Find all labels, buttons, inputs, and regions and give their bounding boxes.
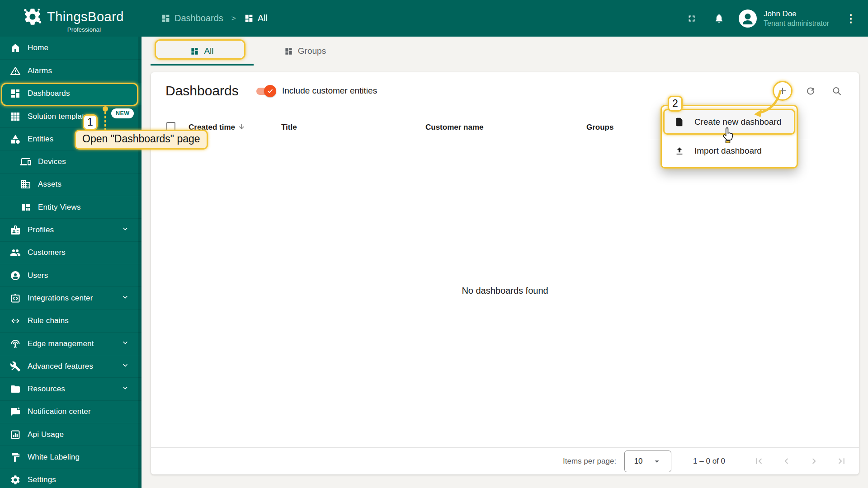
top-header-bar: ThingsBoard Professional Dashboards > Al… — [0, 0, 868, 37]
pagination-nav — [753, 455, 847, 467]
active-tab-indicator — [151, 64, 254, 66]
sidebar-item-label: Alarms — [28, 66, 52, 75]
sidebar-item-label: Notification center — [28, 407, 91, 416]
first-page-icon — [753, 455, 764, 467]
tab-all[interactable]: All — [151, 37, 254, 66]
sidebar-item-entity-views[interactable]: Entity Views — [0, 196, 142, 218]
sidebar-item-api-usage[interactable]: Api Usage — [0, 423, 142, 446]
sidebar-item-dashboards[interactable]: Dashboards — [0, 82, 142, 105]
add-dashboard-button[interactable] — [777, 85, 788, 96]
include-customer-entities-toggle[interactable]: Include customer entities — [255, 84, 377, 98]
tools-icon — [10, 361, 21, 372]
chevron-down-icon — [121, 338, 130, 349]
sidebar-item-label: Entity Views — [38, 203, 81, 212]
sort-desc-icon[interactable] — [238, 123, 245, 132]
sidebar-item-solution-templates[interactable]: Solution templates NEW — [0, 105, 142, 127]
sidebar-item-label: Advanced features — [28, 362, 93, 371]
toggle-switch[interactable] — [255, 84, 276, 98]
sidebar-item-advanced-features[interactable]: Advanced features — [0, 355, 142, 377]
menu-item-import-dashboard[interactable]: Import dashboard — [665, 138, 797, 164]
search-icon — [831, 85, 842, 97]
sidebar-item-label: Users — [28, 271, 48, 280]
next-page-button[interactable] — [808, 455, 820, 467]
sidebar-item-label: Dashboards — [28, 89, 70, 98]
sidebar-item-alarms[interactable]: Alarms — [0, 59, 142, 82]
first-page-button[interactable] — [753, 455, 764, 467]
chevron-left-icon — [781, 455, 792, 467]
business-icon — [20, 179, 31, 190]
app-name: ThingsBoard — [47, 6, 124, 27]
toggle-label: Include customer entities — [282, 86, 377, 96]
sidebar-item-customers[interactable]: Customers — [0, 241, 142, 264]
step-number: 1 — [87, 116, 93, 128]
chart-icon — [10, 429, 21, 440]
sidebar-item-settings[interactable]: Settings — [0, 469, 142, 488]
empty-state-text: No dashboards found — [151, 286, 859, 296]
chevron-down-icon — [121, 292, 130, 304]
tab-label: All — [204, 46, 213, 56]
prev-page-button[interactable] — [781, 455, 792, 467]
chevron-right-icon — [808, 455, 820, 467]
search-button[interactable] — [831, 85, 842, 96]
sidebar-item-devices[interactable]: Devices — [0, 150, 142, 173]
tab-groups[interactable]: Groups — [254, 37, 357, 66]
sidebar-item-home[interactable]: Home — [0, 37, 142, 59]
sidebar-item-label: Api Usage — [28, 430, 64, 439]
chevron-down-icon — [121, 384, 130, 395]
column-title[interactable]: Title — [281, 123, 297, 132]
column-groups[interactable]: Groups — [586, 123, 613, 132]
refresh-button[interactable] — [805, 85, 816, 96]
sidebar-item-rule-chains[interactable]: Rule chains — [0, 310, 142, 332]
last-page-button[interactable] — [836, 455, 847, 467]
user-avatar[interactable] — [739, 9, 757, 28]
menu-item-create-new-dashboard[interactable]: Create new dashboard — [663, 109, 795, 135]
badge-icon — [10, 225, 21, 235]
check-icon — [267, 88, 274, 94]
new-badge: NEW — [111, 108, 134, 118]
user-role: Tenant administrator — [764, 19, 829, 28]
column-customer-name[interactable]: Customer name — [425, 123, 483, 132]
sidebar-item-edge-management[interactable]: Edge management — [0, 332, 142, 355]
breadcrumb-dashboards[interactable]: Dashboards — [175, 13, 223, 23]
sidebar-item-label: Integrations center — [28, 294, 93, 303]
sidebar-scrollbar[interactable] — [138, 37, 142, 488]
home-icon — [10, 42, 21, 53]
sidebar-item-notification-center[interactable]: Notification center — [0, 400, 142, 423]
sidebar-item-integrations-center[interactable]: Integrations center — [0, 286, 142, 309]
menu-item-label: Create new dashboard — [694, 117, 781, 127]
sidebar-item-resources[interactable]: Resources — [0, 377, 142, 400]
user-info[interactable]: John Doe Tenant administrator — [764, 9, 829, 28]
annotation-step-1-label: Open "Dashboards" page — [75, 130, 208, 150]
items-per-page-value: 10 — [634, 457, 643, 466]
sidebar-nav: Home Alarms Dashboards Solution template… — [0, 37, 142, 488]
user-name: John Doe — [764, 9, 829, 19]
apps-icon — [10, 111, 21, 122]
sidebar-item-label: Edge management — [28, 339, 94, 348]
dashboard-icon — [190, 47, 199, 56]
annotation-step-1-badge: 1 — [83, 114, 98, 130]
fullscreen-button[interactable] — [687, 14, 697, 23]
page-title: Dashboards — [165, 83, 239, 99]
sidebar-item-label: Entities — [28, 135, 53, 144]
app-logo[interactable]: ThingsBoard Professional — [23, 6, 124, 27]
tab-label: Groups — [298, 46, 326, 56]
plus-icon — [777, 85, 788, 97]
thingsboard-logo-icon — [23, 6, 42, 27]
sidebar-item-label: Customers — [28, 248, 66, 257]
notifications-button[interactable] — [714, 13, 724, 23]
sidebar-item-profiles[interactable]: Profiles — [0, 218, 142, 241]
sidebar-item-label: Settings — [28, 475, 56, 484]
step-number: 2 — [672, 98, 678, 110]
breadcrumb-separator: > — [231, 14, 236, 23]
chevron-down-icon — [121, 225, 130, 236]
sidebar-item-label: Resources — [28, 385, 65, 394]
sidebar-item-assets[interactable]: Assets — [0, 173, 142, 196]
sidebar-item-label: Rule chains — [28, 316, 69, 325]
sidebar-item-label: White Labeling — [28, 453, 80, 462]
annotation-connector-dot — [103, 106, 108, 112]
items-per-page-select[interactable]: 10 — [624, 450, 671, 472]
more-vert-icon[interactable]: ⋮ — [845, 13, 856, 24]
sidebar-item-white-labeling[interactable]: White Labeling — [0, 446, 142, 468]
dropdown-caret-icon — [652, 456, 662, 466]
sidebar-item-users[interactable]: Users — [0, 264, 142, 286]
